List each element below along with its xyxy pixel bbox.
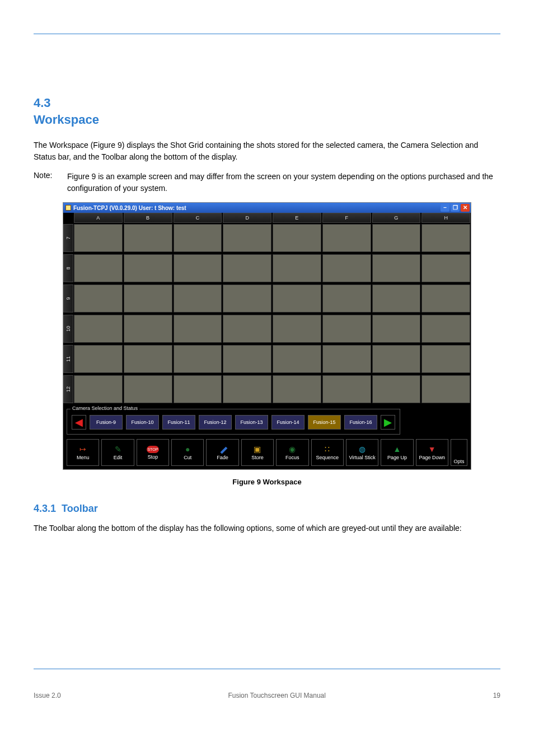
shot-cell[interactable] bbox=[372, 284, 421, 312]
column-header[interactable]: F bbox=[322, 213, 371, 223]
arrow-right-icon: ▶ bbox=[384, 416, 392, 428]
camera-prev-button[interactable]: ◀ bbox=[72, 415, 86, 430]
focus-button[interactable]: ◉Focus bbox=[276, 439, 308, 466]
shot-cell[interactable] bbox=[273, 254, 321, 282]
shot-cell[interactable] bbox=[223, 375, 271, 403]
minimize-button[interactable]: – bbox=[441, 204, 449, 212]
cut-icon: ● bbox=[182, 445, 193, 454]
shot-cell[interactable] bbox=[372, 254, 421, 282]
shot-cell[interactable] bbox=[124, 315, 172, 343]
shot-cell[interactable] bbox=[174, 315, 222, 343]
shot-cell[interactable] bbox=[124, 345, 172, 373]
shot-cell[interactable] bbox=[372, 315, 421, 343]
shot-cell[interactable] bbox=[74, 375, 123, 403]
shot-cell[interactable] bbox=[372, 345, 421, 373]
row-header[interactable]: 10 bbox=[63, 315, 73, 343]
pagedown-button[interactable]: ▼Page Down bbox=[416, 439, 448, 466]
shot-cell[interactable] bbox=[124, 224, 172, 252]
camera-button[interactable]: Fusion-9 bbox=[90, 415, 123, 430]
shot-cell[interactable] bbox=[74, 224, 123, 252]
vs-button[interactable]: ◍Virtual Stick bbox=[346, 439, 378, 466]
shot-cell[interactable] bbox=[174, 284, 222, 312]
column-header[interactable]: D bbox=[223, 213, 271, 223]
camera-button[interactable]: Fusion-12 bbox=[199, 415, 232, 430]
page-footer: Issue 2.0 Fusion Touchscreen GUI Manual … bbox=[0, 692, 534, 716]
column-header[interactable]: A bbox=[74, 213, 123, 223]
stop-button[interactable]: STOPStop bbox=[137, 439, 169, 466]
section-title: Workspace bbox=[34, 113, 500, 127]
shot-cell[interactable] bbox=[223, 345, 271, 373]
row-header[interactable]: 9 bbox=[63, 284, 73, 312]
shot-cell[interactable] bbox=[223, 224, 271, 252]
header-rule bbox=[34, 34, 500, 34]
camera-selection-panel: Camera Selection and Status ◀ Fusion-9Fu… bbox=[67, 409, 400, 435]
camera-button[interactable]: Fusion-13 bbox=[235, 415, 268, 430]
shot-cell[interactable] bbox=[74, 254, 123, 282]
camera-next-button[interactable]: ▶ bbox=[381, 415, 395, 430]
shot-cell[interactable] bbox=[223, 315, 271, 343]
footer-left: Issue 2.0 bbox=[34, 692, 61, 699]
shot-cell[interactable] bbox=[421, 375, 470, 403]
shot-cell[interactable] bbox=[174, 375, 222, 403]
camera-button[interactable]: Fusion-14 bbox=[271, 415, 305, 430]
shot-cell[interactable] bbox=[322, 375, 371, 403]
shot-cell[interactable] bbox=[74, 345, 123, 373]
row-header[interactable]: 7 bbox=[63, 224, 73, 252]
shot-cell[interactable] bbox=[124, 284, 172, 312]
column-header[interactable]: H bbox=[421, 213, 470, 223]
pageup-button[interactable]: ▲Page Up bbox=[381, 439, 413, 466]
row-header[interactable]: 12 bbox=[63, 375, 73, 403]
column-header[interactable]: G bbox=[372, 213, 421, 223]
pagedown-icon: ▼ bbox=[427, 445, 437, 454]
shot-cell[interactable] bbox=[421, 315, 470, 343]
shot-cell[interactable] bbox=[174, 224, 222, 252]
close-button[interactable]: ✕ bbox=[461, 204, 470, 212]
menu-button[interactable]: ↦Menu bbox=[67, 439, 99, 466]
column-header[interactable]: E bbox=[273, 213, 321, 223]
shot-cell[interactable] bbox=[273, 284, 321, 312]
shot-cell[interactable] bbox=[372, 224, 421, 252]
shot-cell[interactable] bbox=[124, 375, 172, 403]
shot-cell[interactable] bbox=[273, 375, 321, 403]
store-button[interactable]: ▣Store bbox=[241, 439, 274, 466]
shot-cell[interactable] bbox=[322, 284, 371, 312]
body-paragraph: The Workspace (Figure 9) displays the Sh… bbox=[34, 139, 500, 163]
opts-button[interactable]: Opts bbox=[451, 439, 467, 466]
shot-cell[interactable] bbox=[273, 345, 321, 373]
row-header[interactable]: 11 bbox=[63, 345, 73, 373]
focus-icon: ◉ bbox=[287, 445, 297, 454]
column-header[interactable]: C bbox=[174, 213, 222, 223]
body-paragraph: The Toolbar along the bottom of the disp… bbox=[34, 522, 500, 534]
row-header[interactable]: 8 bbox=[63, 254, 73, 282]
shot-cell[interactable] bbox=[322, 254, 371, 282]
shot-cell[interactable] bbox=[273, 224, 321, 252]
tool-label: Page Down bbox=[419, 455, 446, 460]
shot-cell[interactable] bbox=[174, 254, 222, 282]
shot-cell[interactable] bbox=[372, 375, 421, 403]
edit-button[interactable]: ✎Edit bbox=[101, 439, 134, 466]
shot-cell[interactable] bbox=[421, 254, 470, 282]
shot-cell[interactable] bbox=[223, 284, 271, 312]
fade-button[interactable]: ▬Fade bbox=[206, 439, 238, 466]
maximize-button[interactable]: ❐ bbox=[451, 204, 460, 212]
shot-cell[interactable] bbox=[74, 284, 123, 312]
shot-cell[interactable] bbox=[273, 315, 321, 343]
shot-cell[interactable] bbox=[223, 254, 271, 282]
shot-cell[interactable] bbox=[124, 254, 172, 282]
camera-button[interactable]: Fusion-15 bbox=[308, 415, 341, 430]
camera-button[interactable]: Fusion-16 bbox=[344, 415, 377, 430]
camera-button[interactable]: Fusion-10 bbox=[126, 415, 159, 430]
shot-cell[interactable] bbox=[421, 345, 470, 373]
shot-cell[interactable] bbox=[421, 224, 470, 252]
shot-cell[interactable] bbox=[322, 345, 371, 373]
column-header[interactable]: B bbox=[124, 213, 172, 223]
sequence-button[interactable]: ∷Sequence bbox=[311, 439, 344, 466]
shot-cell[interactable] bbox=[322, 315, 371, 343]
shot-cell[interactable] bbox=[322, 224, 371, 252]
shot-cell[interactable] bbox=[421, 284, 470, 312]
shot-cell[interactable] bbox=[74, 315, 123, 343]
camera-button[interactable]: Fusion-11 bbox=[162, 415, 195, 430]
arrow-left-icon: ◀ bbox=[75, 416, 83, 428]
shot-cell[interactable] bbox=[174, 345, 222, 373]
cut-button[interactable]: ●Cut bbox=[171, 439, 204, 466]
